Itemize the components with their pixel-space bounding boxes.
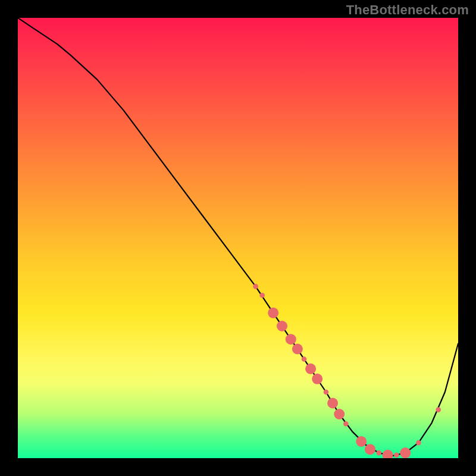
data-marker <box>343 421 349 427</box>
data-marker <box>334 409 345 419</box>
data-marker <box>259 293 265 298</box>
data-marker <box>277 321 287 331</box>
data-marker <box>312 374 322 384</box>
data-marker <box>286 334 296 345</box>
curve-line <box>18 18 458 456</box>
data-marker <box>305 364 316 374</box>
data-marker <box>292 344 303 355</box>
data-marker <box>302 356 307 362</box>
data-marker <box>400 447 411 458</box>
chart-plot-area <box>18 18 458 458</box>
data-marker <box>324 390 329 395</box>
data-marker <box>268 308 278 318</box>
data-marker <box>383 450 393 458</box>
data-marker <box>416 440 421 446</box>
data-marker <box>394 453 399 458</box>
data-marker <box>356 436 367 447</box>
data-marker <box>365 444 375 455</box>
data-marker <box>377 450 382 456</box>
data-marker <box>327 398 338 409</box>
data-marker <box>436 407 441 412</box>
watermark-text: TheBottleneck.com <box>346 2 469 18</box>
data-marker <box>253 284 258 289</box>
chart-svg <box>18 18 458 458</box>
